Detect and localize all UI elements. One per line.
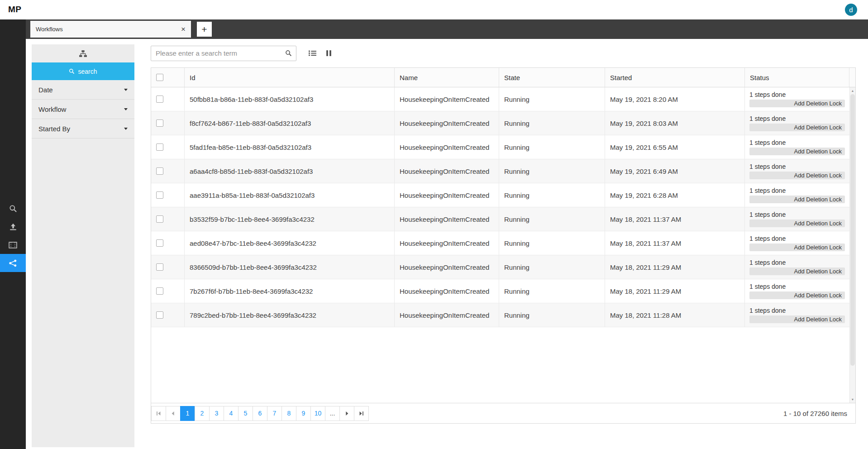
scrollbar-down-icon[interactable]: ▼ <box>850 396 855 402</box>
sidebar-media-button[interactable] <box>0 236 26 254</box>
next-page-icon <box>344 411 349 416</box>
table-row[interactable]: aae3911a-b85a-11eb-883f-0a5d32102af3 Hou… <box>151 183 849 207</box>
cell-checkbox <box>151 135 185 159</box>
pause-icon <box>325 49 332 57</box>
page-button-2[interactable]: 2 <box>195 406 210 421</box>
cell-checkbox <box>151 183 185 207</box>
cell-id: aed08e47-b7bc-11eb-8ee4-3699fa3c4232 <box>185 231 395 255</box>
filter-panel-header <box>32 44 134 62</box>
page-button-1[interactable]: 1 <box>180 406 195 421</box>
add-deletion-lock-button[interactable]: Add Deletion Lock <box>749 196 845 203</box>
scrollbar-thumb[interactable] <box>850 94 855 366</box>
new-tab-button[interactable]: + <box>197 22 212 37</box>
cell-status: 1 steps done Add Deletion Lock <box>745 231 849 255</box>
cell-state: Running <box>499 111 605 135</box>
table-row[interactable]: 7b267f6f-b7bb-11eb-8ee4-3699fa3c4232 Hou… <box>151 279 849 303</box>
sidebar-workflows-button[interactable] <box>0 254 26 272</box>
cell-started: May 19, 2021 6:49 AM <box>605 159 745 183</box>
filter-section-date[interactable]: Date <box>32 80 134 100</box>
cell-state: Running <box>499 231 605 255</box>
row-checkbox[interactable] <box>156 239 163 247</box>
pager: 12345678910... 1 - 10 of 27260 items <box>151 403 855 423</box>
pager-more-button[interactable]: ... <box>325 406 340 421</box>
previous-page-button[interactable] <box>166 406 181 421</box>
previous-page-icon <box>171 411 176 416</box>
pager-info: 1 - 10 of 27260 items <box>783 410 855 417</box>
cell-status: 1 steps done Add Deletion Lock <box>745 135 849 159</box>
row-checkbox[interactable] <box>156 311 163 319</box>
scrollbar-up-icon[interactable]: ▲ <box>850 88 855 94</box>
next-page-button[interactable] <box>339 406 354 421</box>
add-deletion-lock-button[interactable]: Add Deletion Lock <box>749 148 845 155</box>
select-all-checkbox[interactable] <box>156 74 163 81</box>
table-row[interactable]: 789c2bed-b7bb-11eb-8ee4-3699fa3c4232 Hou… <box>151 303 849 327</box>
table-row[interactable]: a6aa4cf8-b85d-11eb-883f-0a5d32102af3 Hou… <box>151 159 849 183</box>
steps-done-label: 1 steps done <box>749 163 845 170</box>
table-row[interactable]: aed08e47-b7bc-11eb-8ee4-3699fa3c4232 Hou… <box>151 231 849 255</box>
filter-panel: search Date Workflow Started By <box>32 44 134 447</box>
hierarchy-view-button[interactable] <box>79 50 87 57</box>
column-header-started[interactable]: Started <box>605 68 745 87</box>
tab-workflows[interactable]: Workflows × <box>30 21 191 38</box>
filter-section-label: Started By <box>38 125 70 133</box>
add-deletion-lock-button[interactable]: Add Deletion Lock <box>749 244 845 251</box>
row-checkbox[interactable] <box>156 119 163 127</box>
page-button-3[interactable]: 3 <box>209 406 224 421</box>
table-row[interactable]: 50fbb81a-b86a-11eb-883f-0a5d32102af3 Hou… <box>151 87 849 111</box>
cell-id: f8cf7624-b867-11eb-883f-0a5d32102af3 <box>185 111 395 135</box>
filter-section-workflow[interactable]: Workflow <box>32 100 134 119</box>
table-row[interactable]: 8366509d-b7bb-11eb-8ee4-3699fa3c4232 Hou… <box>151 255 849 279</box>
add-deletion-lock-button[interactable]: Add Deletion Lock <box>749 267 845 275</box>
add-deletion-lock-button[interactable]: Add Deletion Lock <box>749 315 845 323</box>
column-header-status[interactable]: Status <box>745 68 849 87</box>
sidebar-search-button[interactable] <box>0 200 26 218</box>
search-icon <box>285 50 292 57</box>
page-button-8[interactable]: 8 <box>281 406 296 421</box>
cell-name: HousekeepingOnItemCreated <box>395 231 499 255</box>
page-button-9[interactable]: 9 <box>296 406 311 421</box>
column-header-name[interactable]: Name <box>395 68 499 87</box>
row-checkbox[interactable] <box>156 287 163 295</box>
cell-id: 50fbb81a-b86a-11eb-883f-0a5d32102af3 <box>185 87 395 111</box>
page-button-7[interactable]: 7 <box>267 406 282 421</box>
search-input[interactable] <box>151 49 285 57</box>
cell-name: HousekeepingOnItemCreated <box>395 279 499 303</box>
close-icon[interactable]: × <box>181 25 186 33</box>
add-deletion-lock-button[interactable]: Add Deletion Lock <box>749 172 845 179</box>
add-deletion-lock-button[interactable]: Add Deletion Lock <box>749 124 845 131</box>
filter-section-started-by[interactable]: Started By <box>32 119 134 139</box>
row-checkbox[interactable] <box>156 96 163 103</box>
page-button-6[interactable]: 6 <box>253 406 267 421</box>
column-header-id[interactable]: Id <box>185 68 395 87</box>
user-avatar[interactable]: d <box>845 4 857 16</box>
pause-button[interactable] <box>322 47 335 60</box>
sitemap-icon <box>79 50 87 57</box>
row-checkbox[interactable] <box>156 191 163 199</box>
page-button-5[interactable]: 5 <box>238 406 253 421</box>
list-icon <box>308 49 317 57</box>
cell-started: May 18, 2021 11:29 AM <box>605 255 745 279</box>
page-button-10[interactable]: 10 <box>310 406 325 421</box>
row-checkbox[interactable] <box>156 143 163 151</box>
cell-name: HousekeepingOnItemCreated <box>395 111 499 135</box>
table-row[interactable]: 5fad1fea-b85e-11eb-883f-0a5d32102af3 Hou… <box>151 135 849 159</box>
last-page-button[interactable] <box>354 406 369 421</box>
search-submit-button[interactable] <box>285 50 292 57</box>
cell-id: 8366509d-b7bb-11eb-8ee4-3699fa3c4232 <box>185 255 395 279</box>
page-button-4[interactable]: 4 <box>224 406 238 421</box>
first-page-button[interactable] <box>151 406 166 421</box>
add-deletion-lock-button[interactable]: Add Deletion Lock <box>749 100 845 107</box>
sidebar-upload-button[interactable] <box>0 218 26 236</box>
row-checkbox[interactable] <box>156 215 163 223</box>
list-view-button[interactable] <box>305 47 319 60</box>
table-row[interactable]: f8cf7624-b867-11eb-883f-0a5d32102af3 Hou… <box>151 111 849 135</box>
vertical-scrollbar[interactable]: ▲ ▼ <box>849 87 855 403</box>
row-checkbox[interactable] <box>156 263 163 271</box>
add-deletion-lock-button[interactable]: Add Deletion Lock <box>749 220 845 227</box>
filter-search-button[interactable]: search <box>32 62 134 80</box>
search-icon <box>69 68 75 74</box>
add-deletion-lock-button[interactable]: Add Deletion Lock <box>749 291 845 299</box>
row-checkbox[interactable] <box>156 167 163 175</box>
column-header-state[interactable]: State <box>499 68 605 87</box>
table-row[interactable]: b3532f59-b7bc-11eb-8ee4-3699fa3c4232 Hou… <box>151 207 849 231</box>
